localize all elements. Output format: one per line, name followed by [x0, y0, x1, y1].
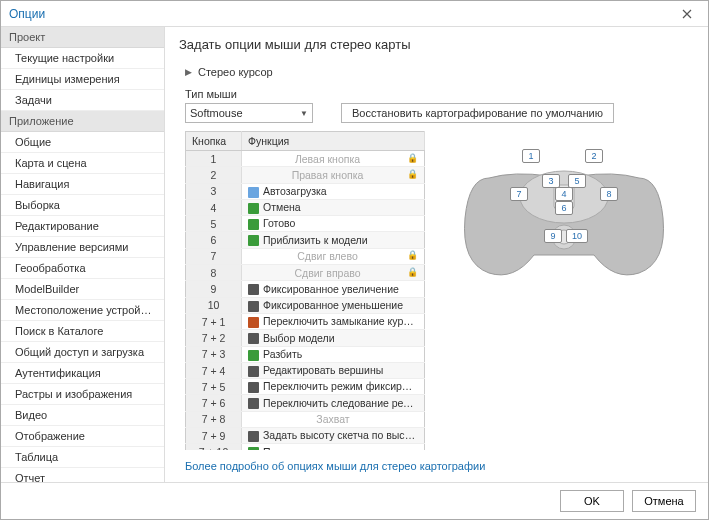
table-row[interactable]: 9Фиксированное увеличение [186, 281, 425, 297]
sidebar-item[interactable]: Аутентификация [1, 363, 164, 384]
sidebar-item[interactable]: Выборка [1, 195, 164, 216]
function-label: Автозагрузка [263, 185, 327, 197]
col-function[interactable]: Функция [242, 132, 425, 151]
table-row[interactable]: 7Сдвиг влево🔒 [186, 248, 425, 264]
table-row[interactable]: 7 + 9Задать высоту скетча по высоте курс… [186, 428, 425, 444]
function-cell[interactable]: Приблизить к модели [242, 232, 425, 248]
sidebar-item[interactable]: Таблица [1, 447, 164, 468]
ok-button[interactable]: OK [560, 490, 624, 512]
pad-key-1: 1 [522, 149, 540, 163]
help-link[interactable]: Более подробно об опциях мыши для стерео… [185, 450, 694, 472]
function-label: Левая кнопка [295, 153, 360, 165]
mouse-type-dropdown[interactable]: Softmouse ▼ [185, 103, 313, 123]
function-cell[interactable]: Разбить [242, 346, 425, 362]
sidebar-item[interactable]: Единицы измерения [1, 69, 164, 90]
function-cell[interactable]: Фиксированное увеличение [242, 281, 425, 297]
controls-row: Softmouse ▼ Восстановить картографирован… [185, 103, 694, 123]
function-icon [248, 398, 259, 409]
sidebar-item[interactable]: Общие [1, 132, 164, 153]
sidebar-item[interactable]: Текущие настройки [1, 48, 164, 69]
sidebar-group-header: Проект [1, 27, 164, 48]
function-cell[interactable]: Отмена [242, 199, 425, 215]
function-icon [248, 219, 259, 230]
function-cell[interactable]: Редактировать вершины [242, 362, 425, 378]
function-label: Фиксированное увеличение [263, 283, 399, 295]
function-cell[interactable]: Сдвиг вправо🔒 [242, 265, 425, 281]
function-cell[interactable]: Правая кнопка🔒 [242, 167, 425, 183]
function-cell[interactable]: Автозагрузка [242, 183, 425, 199]
button-cell: 4 [186, 199, 242, 215]
table-row[interactable]: 2Правая кнопка🔒 [186, 167, 425, 183]
table-row[interactable]: 7 + 6Переключить следование рельефу [186, 395, 425, 411]
sidebar[interactable]: ПроектТекущие настройкиЕдиницы измерения… [1, 27, 165, 482]
mapping-table: Кнопка Функция 1Левая кнопка🔒2Правая кно… [185, 131, 425, 450]
function-label: Разбить [263, 348, 302, 360]
restore-defaults-button[interactable]: Восстановить картографирование по умолча… [341, 103, 614, 123]
sidebar-item[interactable]: Видео [1, 405, 164, 426]
pad-key-2: 2 [585, 149, 603, 163]
function-cell[interactable]: Переключить замыкание курсора на по [242, 313, 425, 329]
function-cell[interactable]: Захват [242, 411, 425, 427]
sidebar-item[interactable]: Редактирование [1, 216, 164, 237]
function-label: Выбор модели [263, 332, 335, 344]
sidebar-item[interactable]: ModelBuilder [1, 279, 164, 300]
sidebar-item[interactable]: Геообработка [1, 258, 164, 279]
table-row[interactable]: 7 + 4Редактировать вершины [186, 362, 425, 378]
close-icon [682, 9, 692, 19]
function-icon [248, 333, 259, 344]
function-label: Переключить замыкание курсора на по [263, 315, 425, 327]
options-dialog: Опции ПроектТекущие настройкиЕдиницы изм… [0, 0, 709, 520]
lock-icon: 🔒 [407, 153, 418, 163]
table-row[interactable]: 7 + 8Захват [186, 411, 425, 427]
col-button[interactable]: Кнопка [186, 132, 242, 151]
function-cell[interactable]: Готово [242, 216, 425, 232]
sidebar-item[interactable]: Отчет [1, 468, 164, 482]
button-cell: 7 + 6 [186, 395, 242, 411]
sidebar-item[interactable]: Местоположение устройства [1, 300, 164, 321]
function-cell[interactable]: Задать высоту скетча по высоте курсора [242, 428, 425, 444]
function-icon [248, 431, 259, 442]
table-row[interactable]: 6Приблизить к модели [186, 232, 425, 248]
table-row[interactable]: 3Автозагрузка [186, 183, 425, 199]
function-label: Сдвиг влево [297, 250, 358, 262]
pad-key-9: 9 [544, 229, 562, 243]
button-cell: 7 + 4 [186, 362, 242, 378]
sidebar-item[interactable]: Поиск в Каталоге [1, 321, 164, 342]
function-cell[interactable]: Сдвиг влево🔒 [242, 248, 425, 264]
table-row[interactable]: 1Левая кнопка🔒 [186, 151, 425, 167]
cancel-button[interactable]: Отмена [632, 490, 696, 512]
table-row[interactable]: 4Отмена [186, 199, 425, 215]
sidebar-item[interactable]: Управление версиями [1, 237, 164, 258]
table-row[interactable]: 5Готово [186, 216, 425, 232]
function-label: Переключить режим фиксированного к [263, 380, 425, 392]
sidebar-item[interactable]: Растры и изображения [1, 384, 164, 405]
function-cell[interactable]: Переключить следование рельефу [242, 395, 425, 411]
pad-key-5: 5 [568, 174, 586, 188]
sidebar-item[interactable]: Карта и сцена [1, 153, 164, 174]
table-row[interactable]: 10Фиксированное уменьшение [186, 297, 425, 313]
table-row[interactable]: 8Сдвиг вправо🔒 [186, 265, 425, 281]
function-icon [248, 366, 259, 377]
function-icon [248, 187, 259, 198]
stereo-cursor-expander[interactable]: ▶ Стерео курсор [185, 66, 694, 78]
function-cell[interactable]: Переключить режим фиксированного к [242, 379, 425, 395]
close-button[interactable] [674, 4, 700, 24]
table-row[interactable]: 7 + 2Выбор модели [186, 330, 425, 346]
table-row[interactable]: 7 + 1Переключить замыкание курсора на по [186, 313, 425, 329]
pad-key-4: 4 [555, 187, 573, 201]
function-cell[interactable]: Фиксированное уменьшение [242, 297, 425, 313]
chevron-right-icon: ▶ [185, 67, 192, 77]
function-label: Сдвиг вправо [294, 267, 360, 279]
button-cell: 6 [186, 232, 242, 248]
function-cell[interactable]: Левая кнопка🔒 [242, 151, 425, 167]
sidebar-item[interactable]: Навигация [1, 174, 164, 195]
sidebar-item[interactable]: Отображение [1, 426, 164, 447]
table-row[interactable]: 7 + 5Переключить режим фиксированного к [186, 379, 425, 395]
dropdown-value: Softmouse [190, 107, 243, 119]
sidebar-item[interactable]: Общий доступ и загрузка [1, 342, 164, 363]
page-heading: Задать опции мыши для стерео карты [179, 37, 694, 52]
function-cell[interactable]: Выбор модели [242, 330, 425, 346]
function-icon [248, 301, 259, 312]
sidebar-item[interactable]: Задачи [1, 90, 164, 111]
table-row[interactable]: 7 + 3Разбить [186, 346, 425, 362]
